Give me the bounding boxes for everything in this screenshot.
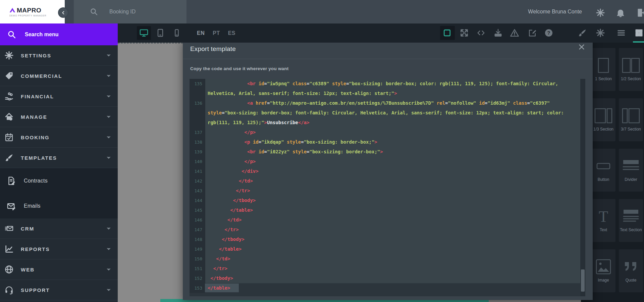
sidebar-item-label: FINANCIAL — [21, 94, 54, 99]
line-number: 143 — [190, 186, 205, 196]
brush-icon — [4, 153, 14, 162]
code-line-text: </div> — [205, 166, 585, 176]
warning-icon[interactable] — [510, 28, 519, 38]
chevron-down-icon — [106, 114, 112, 120]
code-scrollbar-thumb[interactable] — [581, 269, 585, 292]
code-scrollbar[interactable] — [580, 79, 585, 296]
line-number: 142 — [190, 176, 205, 186]
code-line-text: </table> — [205, 283, 585, 293]
chevron-down-icon — [106, 134, 112, 140]
blocks-panel-icon[interactable] — [634, 28, 644, 38]
line-number: 144 — [190, 196, 205, 205]
svg-text:T: T — [599, 208, 608, 224]
line-number: 148 — [190, 235, 205, 244]
sidebar-item-booking[interactable]: BOOKING — [0, 127, 118, 148]
block-1-3-section[interactable]: 1/3 Section — [591, 98, 615, 141]
notifications-bell-icon[interactable] — [616, 8, 625, 17]
block-text[interactable]: TText — [591, 199, 615, 242]
block-image[interactable]: Image — [591, 249, 615, 292]
block-1-2-section[interactable]: 1/2 Section — [619, 48, 643, 91]
line-number: 145 — [190, 205, 205, 215]
device-desktop-icon[interactable] — [139, 28, 149, 38]
device-tablet-icon[interactable] — [156, 28, 165, 38]
block-quote[interactable]: Quote — [619, 249, 643, 292]
envelope-pen-icon — [7, 201, 16, 211]
tag-icon — [4, 71, 14, 81]
code-line: 148 </tbody> — [190, 235, 585, 244]
code-line-text: <br id="iw5pnq" class="c6389" style="box… — [205, 79, 585, 98]
block-1-section[interactable]: 1 Section — [591, 48, 615, 91]
line-number: 153 — [190, 283, 205, 293]
app-root: 1 Section1/2 Section1/3 Section3/7 Secti… — [0, 0, 644, 302]
line-number: 152 — [190, 273, 205, 283]
logout-icon[interactable] — [637, 8, 644, 17]
sidebar-item-web[interactable]: WEB — [0, 259, 118, 280]
language-tab-en[interactable]: EN — [197, 30, 205, 36]
settings-panel-gear-icon[interactable] — [596, 28, 605, 38]
block-button[interactable]: Button — [591, 149, 615, 192]
block-label: Quote — [620, 278, 642, 283]
b-sec13-icon — [593, 108, 613, 124]
sidebar-item-emails[interactable]: Emails — [0, 193, 118, 218]
b-sec37-icon — [621, 108, 641, 124]
logo-title: MAPRO — [17, 7, 41, 14]
svg-text:?: ? — [547, 30, 550, 36]
booking-search-input[interactable]: Booking ID — [74, 0, 186, 23]
language-tab-pt[interactable]: PT — [213, 30, 220, 36]
b-sec1-icon — [593, 57, 613, 73]
settings-gear-icon[interactable] — [596, 8, 605, 17]
import-icon[interactable] — [493, 28, 503, 38]
headset-icon — [4, 285, 14, 295]
code-line: 146 </td> — [190, 215, 585, 225]
gear-icon — [4, 51, 14, 60]
code-line-text: </p> — [205, 128, 585, 137]
help-icon[interactable]: ? — [544, 28, 553, 38]
sidebar-collapse-button[interactable] — [58, 7, 68, 18]
code-line: 142 </td> — [190, 176, 585, 186]
code-line-text: </table> — [205, 244, 585, 254]
sidebar-item-label: SETTINGS — [21, 53, 51, 58]
sidebar-item-settings[interactable]: SETTINGS — [0, 45, 118, 66]
block-3-7-section[interactable]: 3/7 Section — [619, 98, 643, 141]
sidebar-item-financial[interactable]: FINANCIAL — [0, 86, 118, 107]
sidebar-search[interactable]: Search menu — [0, 23, 118, 45]
fullscreen-icon[interactable] — [460, 28, 469, 38]
b-textsec-icon — [621, 208, 641, 224]
sidebar-item-label: Contracts — [24, 178, 48, 184]
code-line: 151 </tr> — [190, 264, 585, 273]
line-number: 150 — [190, 254, 205, 264]
style-manager-brush-icon[interactable] — [578, 28, 587, 38]
logo-subtitle: DEMO PROPERTY MANAGER — [9, 14, 65, 17]
b-text-icon: T — [593, 208, 613, 224]
toggle-borders-icon[interactable] — [442, 28, 452, 38]
view-code-icon[interactable] — [476, 28, 486, 38]
chevron-down-icon — [106, 266, 112, 272]
logo[interactable]: MAPRO DEMO PROPERTY MANAGER — [0, 0, 65, 23]
block-divider[interactable]: Divider — [619, 149, 643, 192]
block-text-section[interactable]: Text Section — [619, 199, 643, 242]
sidebar-item-commercial[interactable]: COMMERCIAL — [0, 66, 118, 86]
sidebar-item-contracts[interactable]: Contracts — [0, 168, 118, 193]
chevron-down-icon — [106, 73, 112, 79]
b-button-icon — [593, 158, 613, 174]
templates-submenu: ContractsEmails — [0, 168, 118, 218]
code-editor[interactable]: 135 <br id="iw5pnq" class="c6389" style=… — [190, 79, 585, 296]
sidebar-item-templates[interactable]: TEMPLATES — [0, 148, 118, 168]
search-icon — [7, 30, 16, 39]
code-line: 136 <a href="http://mapro-antigo.com.br/… — [190, 98, 585, 128]
sidebar-item-reports[interactable]: REPORTS — [0, 239, 118, 259]
close-icon[interactable] — [578, 43, 585, 51]
code-line-text: </tbody> — [205, 273, 585, 283]
language-tab-es[interactable]: ES — [228, 30, 235, 36]
code-line-text: <br id="i022yz" style="box-sizing: borde… — [205, 147, 585, 157]
layers-menu-icon[interactable] — [616, 28, 626, 38]
block-label: 3/7 Section — [620, 127, 642, 132]
sidebar-item-label: COMMERCIAL — [21, 73, 62, 79]
edit-icon[interactable] — [528, 28, 537, 38]
sidebar-item-manage[interactable]: MANAGE — [0, 107, 118, 127]
sidebar-item-support[interactable]: SUPPORT — [0, 280, 118, 300]
code-line-text: <a href="http://mapro-antigo.com.br/en/s… — [205, 98, 585, 128]
chevron-down-icon — [106, 225, 112, 232]
device-mobile-icon[interactable] — [172, 28, 181, 38]
sidebar-item-crm[interactable]: CRM — [0, 218, 118, 239]
